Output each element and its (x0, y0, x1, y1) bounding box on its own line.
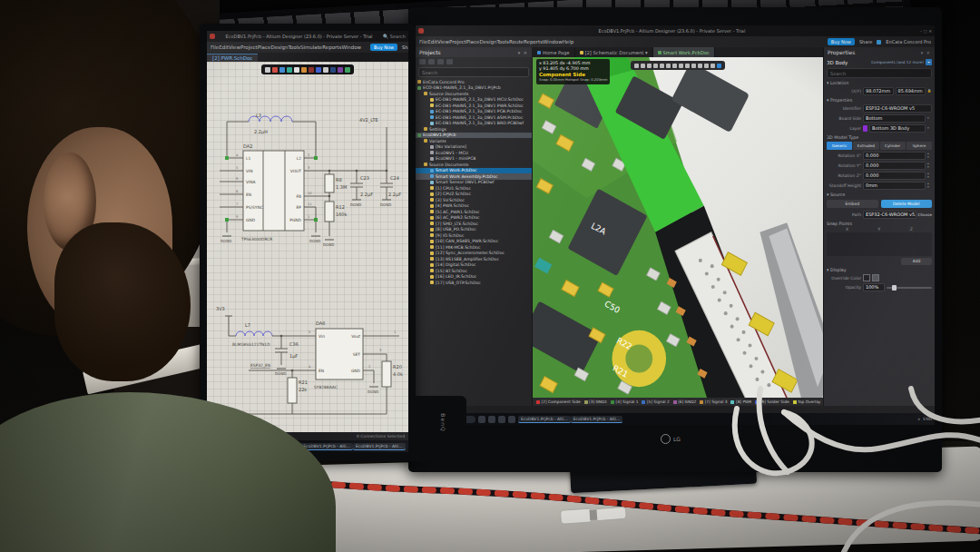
search-label[interactable]: 🔍 Search (383, 34, 406, 39)
svg-text:PS/SYNC: PS/SYNC (246, 205, 263, 210)
active-bar-icon[interactable] (287, 67, 292, 73)
gnd-label: DGND (309, 239, 320, 243)
net-label: 3V3 (216, 306, 225, 311)
selection-status: 0 Connections Selected (357, 434, 405, 439)
gnd-label: DGND (323, 242, 334, 247)
left-monitor-chin (407, 396, 466, 461)
svg-text:PGND: PGND (289, 218, 301, 222)
svg-text:GND: GND (246, 218, 256, 222)
svg-text:2: 2 (368, 365, 370, 369)
svg-text:8: 8 (236, 177, 239, 181)
value: 1µF (289, 353, 298, 360)
active-bar-icon[interactable] (265, 67, 270, 73)
menu-item[interactable]: File (211, 44, 219, 50)
svg-text:EN: EN (318, 369, 324, 373)
svg-text:4: 4 (309, 365, 311, 369)
ref-des: L7 (245, 322, 250, 328)
svg-text:1: 1 (394, 330, 396, 334)
menu-item[interactable]: Simulate (300, 44, 322, 50)
net-label: ESP32_EN (250, 363, 270, 369)
active-bar-icon[interactable] (279, 67, 285, 73)
svg-text:VINA: VINA (246, 180, 256, 184)
active-bar-icon[interactable] (316, 67, 321, 73)
active-bar-icon[interactable] (294, 67, 299, 73)
value: 2.2µF (360, 192, 373, 198)
svg-text:SET: SET (353, 352, 361, 357)
lg-logo-icon (661, 434, 671, 444)
active-bar-icon[interactable] (330, 67, 336, 73)
svg-text:L2: L2 (297, 156, 301, 161)
svg-text:5: 5 (236, 166, 238, 170)
menu-item[interactable]: Reports (322, 44, 341, 50)
schematic-canvas[interactable]: L3 2.2µH DA2 4V2_LTE R8 1.3M R12 160k C2… (207, 62, 408, 432)
gnd-label: DGND (350, 202, 361, 207)
gnd-label: DGND (380, 202, 391, 207)
lg-logo: LG (661, 434, 681, 444)
altium-titlebar: EcoDBV1.PrjPcb - Altium Designer (23.6.0… (207, 31, 408, 42)
ref-des: C23 (360, 175, 369, 181)
ref-des: R20 (393, 364, 402, 370)
svg-text:6: 6 (236, 190, 239, 193)
svg-text:Vout: Vout (351, 334, 360, 339)
document-tab[interactable]: [2] PWR.SchDoc (207, 54, 258, 62)
value: 2.2µH (254, 129, 268, 135)
svg-text:EP: EP (297, 205, 302, 210)
svg-text:GND: GND (351, 369, 361, 373)
svg-text:L1: L1 (246, 156, 250, 161)
menu-item[interactable]: Place (258, 44, 271, 50)
active-bar-icon[interactable] (272, 67, 278, 73)
svg-text:4: 4 (236, 153, 239, 157)
part-number: SY8288AAC (314, 385, 338, 389)
ref-des: R21 (299, 380, 308, 385)
schematic-buck-boost-circuit: L3 2.2µH DA2 4V2_LTE R8 1.3M R12 160k C2… (209, 94, 405, 276)
gnd-label: DGND (275, 371, 286, 376)
svg-text:Vin: Vin (318, 334, 325, 339)
svg-text:10: 10 (308, 192, 312, 195)
svg-text:9: 9 (236, 215, 239, 219)
svg-text:EN: EN (246, 192, 251, 197)
value: 4.0k (393, 371, 403, 377)
svg-text:3: 3 (379, 349, 381, 352)
menu-item[interactable]: Project (240, 44, 258, 50)
buy-now-button[interactable]: Buy Now (370, 44, 397, 51)
menu-item[interactable]: View (229, 44, 240, 50)
svg-text:1: 1 (308, 215, 309, 219)
svg-text:FB: FB (296, 194, 301, 199)
menu-item[interactable]: Design (270, 44, 288, 50)
left-monitor-screen: EcoDBV1.PrjPcb - Altium Designer (23.6.0… (207, 31, 408, 452)
active-bar-icon[interactable] (338, 67, 343, 73)
value: 1.3M (336, 184, 347, 190)
part-number: BLM18SG121TN1D (232, 342, 270, 347)
schematic-ldo-circuit: 3V3 L7 DA6 C36 1µF R21 22k R20 4.0k BLM1… (209, 300, 405, 422)
svg-text:5: 5 (309, 330, 310, 334)
svg-text:7: 7 (236, 202, 238, 206)
ref-des: R8 (336, 177, 342, 182)
ref-des: DA2 (243, 143, 252, 149)
menubar: FileEditViewProjectPlaceDesignToolsSimul… (207, 42, 408, 53)
ref-des: DA6 (316, 320, 325, 326)
benq-logo: BenQ (440, 413, 446, 431)
svg-text:VOUT: VOUT (290, 169, 302, 173)
menu-item[interactable]: Tools (288, 44, 300, 50)
menu-item[interactable]: Edit (219, 44, 229, 50)
active-bar-icon[interactable] (323, 67, 328, 73)
share-button[interactable]: Share (402, 44, 408, 50)
ref-des: R12 (336, 204, 345, 210)
active-bar-toolbar (261, 64, 354, 74)
svg-text:2: 2 (308, 153, 309, 157)
active-bar-icon[interactable] (345, 67, 350, 73)
svg-text:VIN: VIN (246, 169, 253, 173)
document-tabs: [2] PWR.SchDoc (207, 53, 408, 62)
ref-des: L3 (256, 113, 261, 118)
altium-app-icon (210, 34, 215, 39)
ref-des: C24 (390, 175, 399, 181)
active-bar-icon[interactable] (309, 67, 314, 73)
net-label: 4V2_LTE (359, 117, 378, 123)
taskbar-window-button[interactable]: EcoDBV1.PrjPcb - Alti... (353, 443, 406, 450)
window-title: EcoDBV1.PrjPcb - Altium Designer (23.6.0… (218, 34, 380, 39)
photo-of-workstation: LG EcoDBV1.PrjPcb - Altium Designer (23.… (0, 0, 980, 552)
active-bar-icon[interactable] (301, 67, 307, 73)
menu-item[interactable]: Window (341, 44, 361, 50)
value: 22k (299, 387, 307, 392)
svg-text:3: 3 (308, 166, 309, 170)
